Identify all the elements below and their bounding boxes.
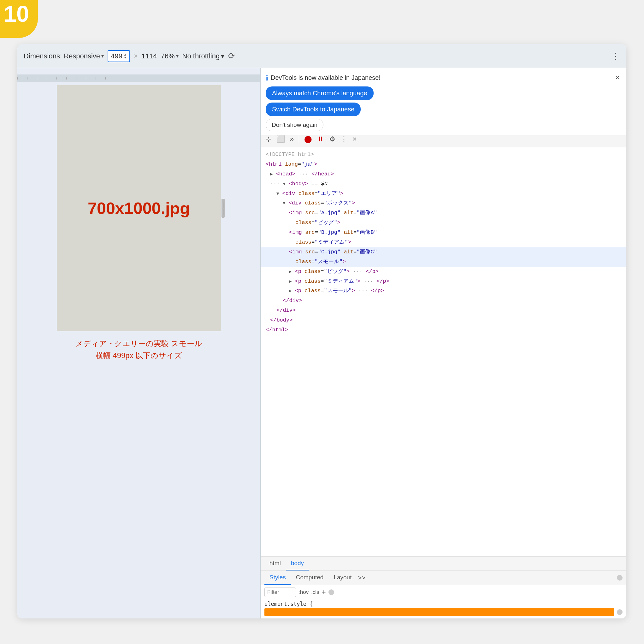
breadcrumb-html-tab[interactable]: html — [264, 557, 286, 570]
info-icon: ℹ — [266, 74, 268, 83]
dom-line-close-div2: </div> — [261, 306, 626, 316]
element-picker-icon[interactable]: ⊹ — [264, 134, 273, 145]
styles-filter-input[interactable] — [264, 588, 296, 597]
dom-line-img-a: <img src="A.jpg" alt="画像A" — [261, 208, 626, 218]
dom-line-class-medium: class="ミディアム"> — [261, 238, 626, 247]
notification-close-button[interactable]: × — [614, 73, 621, 81]
caption-line2: 横幅 499px 以下のサイズ — [75, 350, 202, 362]
dom-line-img-b: <img src="B.jpg" alt="画像B" — [261, 228, 626, 238]
badge-number: 10 — [0, 0, 29, 25]
notification-text: DevTools is now available in Japanese! — [271, 73, 381, 82]
devtools-close-icon[interactable]: × — [351, 134, 358, 145]
dom-line-p-big: ▶ <p class="ビッグ"> ··· </p> — [261, 267, 626, 277]
pseudo-hov-button[interactable]: :hov — [298, 589, 309, 595]
stop-recording-icon[interactable]: ⬤ — [303, 134, 313, 145]
dom-line-div-box: ▼ <div class="ボックス"> — [261, 198, 626, 208]
styles-orange-bar — [264, 608, 614, 616]
switch-to-japanese-button[interactable]: Switch DevTools to Japanese — [266, 103, 361, 116]
devtools-panel: ℹ DevTools is now available in Japanese!… — [260, 68, 626, 618]
width-value: 499 — [111, 52, 122, 60]
styles-color-dot — [617, 609, 623, 615]
styles-panel: :hov .cls + element.style { — [261, 585, 626, 618]
width-stepper[interactable]: ▲ ▼ — [124, 53, 127, 59]
language-notification: ℹ DevTools is now available in Japanese!… — [261, 68, 626, 135]
devtools-more-icon[interactable]: ⋮ — [339, 134, 349, 145]
device-image-label: 700x1000.jpg — [88, 199, 190, 218]
dimension-separator: × — [134, 52, 138, 60]
settings-icon[interactable]: ⚙ — [328, 134, 337, 145]
width-input-box[interactable]: 499 ▲ ▼ — [108, 50, 130, 62]
viewport-area: 700x1000.jpg メディア・クエリーの実験 スモール 横幅 499px … — [17, 68, 260, 618]
main-container: Dimensions: Responsive ▾ 499 ▲ ▼ × 1114 … — [17, 44, 626, 618]
breadcrumb-tab-bar: html body — [261, 557, 626, 571]
color-dot-right — [617, 575, 623, 581]
breadcrumb-body-tab[interactable]: body — [286, 557, 309, 570]
throttle-dropdown-arrow: ▾ — [221, 52, 224, 60]
notification-buttons: Always match Chrome's language Switch De… — [266, 86, 621, 131]
styles-value-area — [264, 608, 623, 616]
zoom-dropdown-arrow: ▾ — [176, 53, 179, 59]
height-value: 1114 — [142, 52, 157, 60]
caption-line1: メディア・クエリーの実験 スモール — [75, 338, 202, 350]
content-area: 700x1000.jpg メディア・クエリーの実験 スモール 横幅 499px … — [17, 68, 626, 618]
zoom-selector[interactable]: 76% ▾ — [161, 52, 179, 60]
throttle-selector[interactable]: No throttling ▾ — [182, 52, 225, 60]
device-frame: 700x1000.jpg — [57, 85, 221, 331]
dimensions-label: Dimensions: Responsive — [24, 52, 100, 60]
zoom-label: 76% — [161, 52, 175, 60]
dont-show-again-button[interactable]: Don't show again — [266, 119, 323, 131]
more-tabs-icon[interactable]: >> — [358, 574, 365, 582]
styles-tab[interactable]: Styles — [264, 571, 291, 585]
viewport-caption: メディア・クエリーの実験 スモール 横幅 499px 以下のサイズ — [75, 338, 202, 362]
device-toolbar-icon[interactable]: ⬜ — [275, 134, 286, 145]
notification-title: ℹ DevTools is now available in Japanese! — [266, 73, 381, 83]
dom-line-body: ··· ▼ <body> == $0 — [261, 179, 626, 189]
color-indicator — [328, 589, 334, 595]
toolbar-separator — [299, 135, 299, 143]
notification-header: ℹ DevTools is now available in Japanese!… — [266, 73, 621, 83]
dom-line-class-big: class="ビッグ"> — [261, 218, 626, 228]
throttle-label: No throttling — [182, 52, 220, 60]
computed-tab[interactable]: Computed — [291, 571, 329, 585]
element-style-text: element.style { — [264, 601, 313, 607]
styles-filter-row: :hov .cls + — [264, 588, 623, 597]
dom-line-class-small: class="スモール"> — [261, 257, 626, 267]
dom-line-close-html: </html> — [261, 325, 626, 335]
pause-icon[interactable]: ⏸ — [316, 134, 325, 145]
dom-line-div-area: ▼ <div class="エリア"> — [261, 189, 626, 199]
more-options-icon[interactable]: ⋮ — [611, 51, 620, 61]
drag-handle[interactable] — [222, 199, 225, 218]
always-match-language-button[interactable]: Always match Chrome's language — [266, 86, 374, 100]
dom-line-close-body: </body> — [261, 316, 626, 325]
dom-line-close-div1: </div> — [261, 296, 626, 306]
pseudo-cls-button[interactable]: .cls — [311, 589, 319, 595]
number-badge: 10 — [0, 0, 38, 38]
dom-line-html: <html lang="ja"> — [261, 160, 626, 169]
dimensions-selector[interactable]: Dimensions: Responsive ▾ — [24, 52, 104, 60]
styles-tab-bar: Styles Computed Layout >> — [261, 571, 626, 585]
dom-line-p-medium: ▶ <p class="ミディアム"> ··· </p> — [261, 277, 626, 287]
layout-tab[interactable]: Layout — [328, 571, 357, 585]
dom-tree[interactable]: <!DOCTYPE html> <html lang="ja"> ▶ <head… — [261, 147, 626, 556]
devtools-toolbar-top: Dimensions: Responsive ▾ 499 ▲ ▼ × 1114 … — [17, 44, 626, 68]
element-style-label: element.style { — [264, 600, 623, 608]
more-tools-icon[interactable]: » — [289, 134, 295, 145]
horizontal-ruler — [17, 74, 260, 82]
rotate-icon[interactable]: ⟳ — [228, 51, 235, 61]
dom-line-p-small: ▶ <p class="スモール"> ··· </p> — [261, 286, 626, 296]
dimensions-dropdown-arrow: ▾ — [101, 53, 104, 59]
bottom-tabs-area: html body Styles Computed Layout >> :hov… — [261, 556, 626, 618]
add-style-button[interactable]: + — [322, 588, 326, 596]
dom-line-img-c: <img src="C.jpg" alt="画像C" — [261, 247, 626, 257]
dom-line-head: ▶ <head> ··· </head> — [261, 169, 626, 179]
dom-line-doctype: <!DOCTYPE html> — [261, 150, 626, 160]
